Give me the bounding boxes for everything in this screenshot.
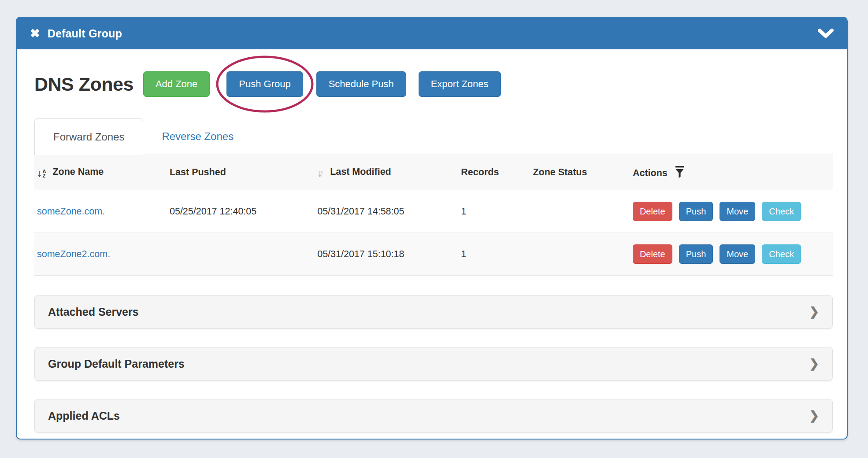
sort-alpha-letters: A Z <box>43 169 46 178</box>
delete-button[interactable]: Delete <box>633 244 672 264</box>
sort-arrow-down: ↓ <box>37 168 42 178</box>
zone-name-link[interactable]: someZone.com. <box>37 206 105 217</box>
panel-title: Default Group <box>48 27 122 40</box>
chevron-right-icon: ❯ <box>809 306 819 318</box>
push-group-wrapper: Push Group <box>226 71 303 97</box>
zone-tabs: Forward Zones Reverse Zones <box>34 118 833 155</box>
tab-forward-zones[interactable]: Forward Zones <box>34 118 143 155</box>
panel-header: ✖ Default Group <box>17 18 847 49</box>
chevron-right-icon: ❯ <box>809 358 819 370</box>
chevron-right-icon: ❯ <box>809 410 819 422</box>
sort-letter-z: Z <box>43 174 46 178</box>
default-group-panel: ✖ Default Group DNS Zones Add Zone Push … <box>16 17 848 440</box>
push-button[interactable]: Push <box>679 244 713 264</box>
table-row: someZone.com. 05/25/2017 12:40:05 05/31/… <box>34 190 833 233</box>
actions-cell: Delete Push Move Check <box>629 190 833 233</box>
sort-icon[interactable]: ↓ ↑ <box>317 168 324 178</box>
zones-table: ↓ A Z Zone Name Last Pushed <box>34 155 833 276</box>
sort-letter-a: A <box>43 169 46 174</box>
column-zone-name: ↓ A Z Zone Name <box>34 155 166 190</box>
column-label-zone-name: Zone Name <box>52 166 104 177</box>
tab-reverse-zones[interactable]: Reverse Zones <box>143 118 252 155</box>
close-icon[interactable]: ✖ <box>30 28 40 40</box>
page-title: DNS Zones <box>34 74 134 95</box>
last-pushed-value: 05/25/2017 12:40:05 <box>166 190 314 233</box>
column-label-actions: Actions <box>633 168 668 178</box>
add-zone-button[interactable]: Add Zone <box>143 71 210 97</box>
push-group-button[interactable]: Push Group <box>226 71 303 97</box>
check-button[interactable]: Check <box>762 202 801 221</box>
panel-body: DNS Zones Add Zone Push Group Schedule P… <box>17 49 847 432</box>
push-button[interactable]: Push <box>679 202 713 221</box>
zone-status-value <box>529 190 629 233</box>
toolbar: DNS Zones Add Zone Push Group Schedule P… <box>34 64 833 104</box>
records-value: 1 <box>457 233 529 276</box>
delete-button[interactable]: Delete <box>633 202 672 221</box>
records-value: 1 <box>457 190 529 233</box>
zone-name-link[interactable]: someZone2.com. <box>37 249 110 259</box>
last-modified-value: 05/31/2017 15:10:18 <box>314 233 457 276</box>
column-last-modified: ↓ ↑ Last Modified <box>314 155 457 190</box>
column-label-zone-status: Zone Status <box>533 167 587 177</box>
check-button[interactable]: Check <box>762 244 801 264</box>
accordion-label: Group Default Parameters <box>48 358 185 370</box>
filter-icon[interactable] <box>675 166 684 178</box>
last-modified-value: 05/31/2017 14:58:05 <box>314 190 457 233</box>
column-label-last-pushed: Last Pushed <box>170 167 226 177</box>
column-records: Records <box>457 155 529 190</box>
column-last-pushed: Last Pushed <box>166 155 314 190</box>
column-actions: Actions <box>629 155 833 190</box>
column-zone-status: Zone Status <box>529 155 629 190</box>
accordion-label: Attached Servers <box>48 306 139 318</box>
accordion-applied-acls[interactable]: Applied ACLs ❯ <box>34 399 833 432</box>
move-button[interactable]: Move <box>720 244 755 264</box>
column-label-last-modified: Last Modified <box>330 166 391 177</box>
zones-table-header: ↓ A Z Zone Name Last Pushed <box>34 155 833 190</box>
last-pushed-value <box>166 233 314 276</box>
zone-status-value <box>529 233 629 276</box>
schedule-push-button[interactable]: Schedule Push <box>316 71 406 97</box>
sort-alpha-icon[interactable]: ↓ A Z <box>37 168 46 178</box>
move-button[interactable]: Move <box>720 202 755 221</box>
chevron-down-icon[interactable] <box>818 29 834 38</box>
accordion-attached-servers[interactable]: Attached Servers ❯ <box>34 295 833 329</box>
page-background: ✖ Default Group DNS Zones Add Zone Push … <box>0 0 868 458</box>
export-zones-button[interactable]: Export Zones <box>419 71 501 97</box>
column-label-records: Records <box>461 167 499 177</box>
accordion-label: Applied ACLs <box>48 410 120 422</box>
table-row: someZone2.com. 05/31/2017 15:10:18 1 Del… <box>34 233 833 276</box>
sort-arrow-up: ↑ <box>319 168 325 178</box>
accordion-group-default-parameters[interactable]: Group Default Parameters ❯ <box>34 347 833 380</box>
actions-cell: Delete Push Move Check <box>629 233 833 276</box>
